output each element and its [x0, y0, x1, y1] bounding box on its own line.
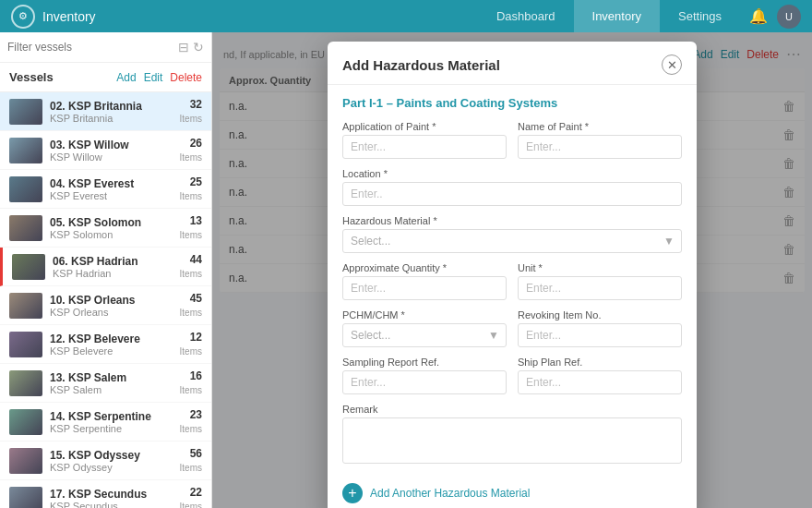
- application-label: Application of Paint *: [342, 121, 507, 132]
- notification-icon[interactable]: 🔔: [749, 7, 768, 25]
- vessel-item-12[interactable]: 12. KSP Belevere KSP Belevere 12 Items: [0, 325, 211, 364]
- vessel-item-17[interactable]: 17. KSP Secundus KSP Secundus 22 Items: [0, 480, 211, 508]
- vessel-count-number: 16: [180, 369, 202, 382]
- vessel-sub: KSP Everest: [50, 190, 173, 201]
- vessel-info: 15. KSP Odyssey KSP Odyssey: [50, 449, 173, 473]
- vessel-sub: KSP Secundus: [50, 501, 173, 509]
- vessel-thumbnail: [9, 370, 42, 396]
- vessel-count-label: Items: [180, 308, 202, 318]
- vessel-thumbnail: [9, 332, 42, 357]
- vessel-item-15[interactable]: 15. KSP Odyssey KSP Odyssey 56 Items: [0, 441, 211, 480]
- vessel-count-label: Items: [180, 463, 202, 473]
- hazardous-material-select[interactable]: Select...: [342, 229, 682, 253]
- vessel-info: 13. KSP Salem KSP Salem: [50, 371, 173, 395]
- add-another-row[interactable]: + Add Another Hazardous Material: [342, 476, 682, 508]
- vessel-item-13[interactable]: 13. KSP Salem KSP Salem 16 Items: [0, 364, 211, 403]
- modal-title: Add Hazardous Material: [342, 57, 500, 73]
- nav-inventory[interactable]: Inventory: [574, 0, 660, 32]
- name-of-paint-input[interactable]: [518, 135, 682, 159]
- form-row-location: Location *: [342, 168, 682, 206]
- vessel-name: 13. KSP Salem: [50, 371, 173, 384]
- approx-qty-input[interactable]: [342, 276, 507, 300]
- vessel-item-02[interactable]: 02. KSP Britannia KSP Britannia 32 Items: [0, 92, 211, 131]
- form-row-remark: Remark: [342, 404, 682, 466]
- edit-vessel-button[interactable]: Edit: [144, 71, 163, 84]
- vessel-thumbnail: [9, 487, 42, 509]
- vessel-sub: KSP Hadrian: [53, 268, 173, 279]
- vessels-actions: Add Edit Delete: [116, 71, 202, 84]
- vessel-sub: KSP Serpentine: [50, 423, 173, 434]
- application-of-paint-input[interactable]: [342, 135, 507, 159]
- vessel-count-label: Items: [180, 114, 202, 124]
- nav-icons: 🔔 U: [749, 5, 801, 29]
- vessel-thumbnail: [9, 293, 42, 319]
- add-vessel-button[interactable]: Add: [116, 71, 136, 84]
- vessel-count: 56 Items: [180, 447, 202, 474]
- user-avatar[interactable]: U: [777, 5, 801, 29]
- vessel-item-10[interactable]: 10. KSP Orleans KSP Orleans 45 Items: [0, 286, 211, 325]
- vessel-count-number: 44: [180, 253, 202, 266]
- add-another-icon: +: [342, 483, 363, 503]
- vessel-item-03[interactable]: 03. KSP Willow KSP Willow 26 Items: [0, 131, 211, 170]
- vessel-sub: KSP Orleans: [50, 307, 173, 318]
- nav-settings[interactable]: Settings: [660, 0, 740, 32]
- vessel-count: 25 Items: [180, 175, 202, 202]
- sampling-input[interactable]: [342, 370, 507, 394]
- vessel-count: 12 Items: [180, 331, 202, 357]
- ship-plan-input[interactable]: [518, 370, 682, 394]
- vessel-thumbnail: [12, 254, 45, 280]
- form-row-hazardous: Hazardous Material * Select... ▼: [342, 215, 682, 253]
- vessel-sub: KSP Willow: [50, 151, 173, 163]
- form-group-hazardous: Hazardous Material * Select... ▼: [342, 215, 682, 253]
- ship-plan-label: Ship Plan Ref.: [518, 357, 682, 368]
- filter-vessels-input[interactable]: [7, 41, 173, 54]
- vessel-sub: KSP Salem: [50, 384, 173, 395]
- vessel-thumbnail: [9, 99, 42, 125]
- vessel-item-06[interactable]: 06. KSP Hadrian KSP Hadrian 44 Items: [0, 248, 211, 286]
- filter-icon[interactable]: ⊟: [178, 40, 189, 54]
- vessel-count-number: 23: [180, 408, 202, 421]
- remark-label: Remark: [342, 404, 682, 415]
- vessel-count-number: 25: [180, 175, 202, 188]
- vessel-name: 10. KSP Orleans: [50, 294, 173, 307]
- delete-vessel-button[interactable]: Delete: [170, 71, 202, 84]
- approx-qty-label: Approximate Quantity *: [342, 262, 507, 273]
- modal-close-button[interactable]: ✕: [662, 54, 682, 75]
- main-layout: ⊟ ↻ Vessels Add Edit Delete 02. KSP Brit…: [0, 32, 812, 508]
- nav-dashboard[interactable]: Dashboard: [478, 0, 574, 32]
- pchm-select[interactable]: Select...: [342, 323, 507, 347]
- vessel-name: 15. KSP Odyssey: [50, 449, 173, 462]
- vessel-sub: KSP Britannia: [50, 113, 173, 124]
- vessel-name: 17. KSP Secundus: [50, 488, 173, 501]
- vessel-name: 03. KSP Willow: [50, 139, 173, 151]
- vessel-item-04[interactable]: 04. KSP Everest KSP Everest 25 Items: [0, 170, 211, 209]
- revoking-label: Revoking Item No.: [518, 309, 682, 321]
- vessel-thumbnail: [9, 215, 42, 241]
- vessel-count-number: 32: [180, 98, 202, 111]
- sidebar-search-area: ⊟ ↻: [0, 32, 211, 63]
- location-input[interactable]: [342, 182, 682, 206]
- revoking-input[interactable]: [518, 323, 682, 347]
- form-row-paint: Application of Paint * Name of Paint *: [342, 121, 682, 159]
- vessel-info: 14. KSP Serpentine KSP Serpentine: [50, 410, 173, 434]
- vessel-count: 13 Items: [180, 214, 202, 241]
- form-group-unit: Unit *: [518, 262, 682, 300]
- vessel-info: 02. KSP Britannia KSP Britannia: [50, 100, 173, 124]
- pchm-select-wrapper: Select... ▼: [342, 323, 507, 347]
- sampling-label: Sampling Report Ref.: [342, 357, 507, 368]
- top-navigation: ⚙ Inventory Dashboard Inventory Settings…: [0, 0, 812, 32]
- vessel-count-number: 22: [180, 486, 202, 499]
- unit-input[interactable]: [518, 276, 682, 300]
- vessel-name: 05. KSP Solomon: [50, 216, 173, 229]
- vessel-item-05[interactable]: 05. KSP Solomon KSP Solomon 13 Items: [0, 209, 211, 248]
- refresh-icon[interactable]: ↻: [193, 40, 204, 54]
- vessel-info: 03. KSP Willow KSP Willow: [50, 139, 173, 163]
- vessel-count: 22 Items: [180, 486, 202, 508]
- remark-textarea[interactable]: [342, 417, 682, 464]
- hazardous-select-wrapper: Select... ▼: [342, 229, 682, 253]
- vessel-thumbnail: [9, 138, 42, 163]
- vessel-count-number: 26: [180, 137, 202, 150]
- form-group-approx-qty: Approximate Quantity *: [342, 262, 507, 300]
- vessel-count-label: Items: [180, 191, 202, 201]
- vessel-item-14[interactable]: 14. KSP Serpentine KSP Serpentine 23 Ite…: [0, 403, 211, 441]
